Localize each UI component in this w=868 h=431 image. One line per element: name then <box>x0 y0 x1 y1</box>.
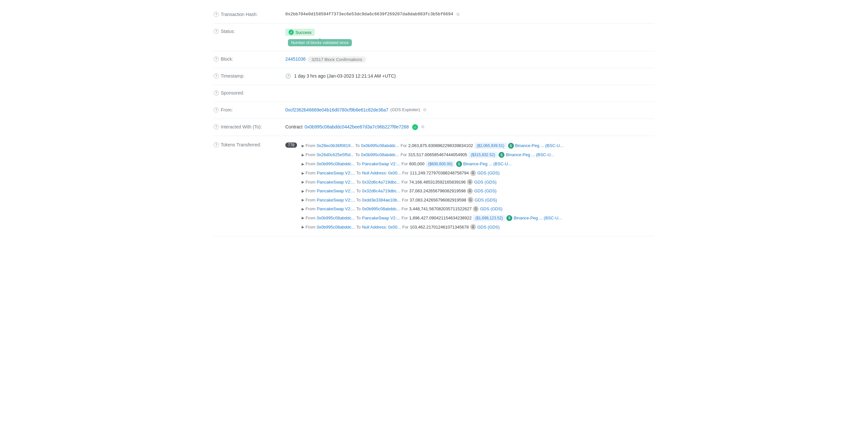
transfer-row-1: ▶From0x26d0c625e5f5d...To0x0b995c08abddc… <box>302 150 654 159</box>
tokens-count-area: 778 <box>285 141 300 148</box>
transfer-arrow-3: ▶ <box>302 171 304 176</box>
token-name-3[interactable]: GDS (GDS) <box>477 170 500 176</box>
from-address-link[interactable]: 0xcf2362b46669e04b16d0780cf9b6e61c82de36… <box>285 107 389 113</box>
amount-9: 103,462.217012461071345678 <box>410 224 469 230</box>
help-icon-tokens[interactable]: ? <box>214 142 219 147</box>
status-value-area: Success Number of blocks validated since <box>285 28 654 46</box>
from-addr-5[interactable]: PancakeSwap V2:... <box>317 188 355 194</box>
transfer-row-2: ▶From0x0b995c08abddc...ToPancakeSwap V2:… <box>302 159 654 168</box>
copy-from-icon[interactable]: ⧉ <box>423 107 426 113</box>
token-name-4[interactable]: GDS (GDS) <box>474 179 497 185</box>
for-label-8: For <box>401 215 408 221</box>
to-addr-1[interactable]: 0x0b995c08abddc... <box>361 152 399 158</box>
from-addr-6[interactable]: PancakeSwap V2:... <box>317 197 355 204</box>
from-label-3: From <box>306 170 315 176</box>
interacted-label: ? Interacted With (To): <box>214 124 285 129</box>
to-addr-5[interactable]: 0x32d6c4a719dbc... <box>362 188 400 194</box>
amount-1: 315,517.006585467444054905 <box>408 152 467 158</box>
for-label-9: For <box>402 224 409 230</box>
token-icon-8: S <box>506 215 512 221</box>
clock-icon: 🕐 <box>285 73 291 79</box>
from-addr-8[interactable]: 0x0b995c08abddc... <box>317 215 355 221</box>
block-number-link[interactable]: 24451036 <box>285 56 306 62</box>
to-addr-6[interactable]: 0xdd3e3384ae10b... <box>362 197 401 204</box>
token-icon-1: S <box>499 152 504 158</box>
sponsored-row: ? Sponsored: <box>214 85 654 102</box>
transaction-hash-row: ? Transaction Hash: 0x2bb704e0d158594f73… <box>214 6 654 24</box>
token-icon-3: G <box>470 170 476 176</box>
copy-contract-icon[interactable]: ⧉ <box>421 124 424 129</box>
from-addr-2[interactable]: 0x0b995c08abddc... <box>317 161 355 167</box>
transfer-arrow-9: ▶ <box>302 224 304 230</box>
transfer-arrow-6: ▶ <box>302 197 304 203</box>
token-name-2[interactable]: Binance-Peg ... (BSC-U... <box>463 161 512 167</box>
to-label-9: To <box>356 224 361 230</box>
to-addr-0[interactable]: 0x0b995c08abddc... <box>361 143 399 149</box>
for-label-3: For <box>402 170 409 176</box>
token-name-0[interactable]: Binance-Peg ... (BSC-U... <box>515 143 563 149</box>
from-addr-9[interactable]: 0x0b995c08abddc... <box>317 224 355 230</box>
for-label-2: For <box>401 161 408 167</box>
to-label-1: To <box>355 152 360 158</box>
from-addr-3[interactable]: PancakeSwap V2:... <box>317 170 355 176</box>
to-addr-8[interactable]: PancakeSwap V2:... <box>362 215 400 221</box>
amount-6: 37,083.242656796082919598 <box>409 197 466 204</box>
to-addr-2[interactable]: PancakeSwap V2:... <box>362 161 400 167</box>
token-icon-9: G <box>470 224 476 230</box>
amount-0: 2,063,875.6308862298339834102 <box>408 143 473 149</box>
token-name-8[interactable]: Binance-Peg ... (BSC-U... <box>514 215 562 221</box>
help-icon-block[interactable]: ? <box>214 56 219 62</box>
to-addr-9[interactable]: Null Address: 0x00... <box>362 224 401 230</box>
transfer-row-8: ▶From0x0b995c08abddc...ToPancakeSwap V2:… <box>302 214 654 223</box>
to-addr-7[interactable]: 0x0b995c08abddc... <box>362 206 400 212</box>
from-addr-1[interactable]: 0x26d0c625e5f5d... <box>317 152 354 158</box>
token-name-1[interactable]: Binance-Peg ... (BSC-U... <box>506 152 554 158</box>
tx-hash-value: 0x2bb704e0d158594f7373ec6e53dc9da6c6639f… <box>285 12 453 17</box>
for-label-1: For <box>400 152 407 158</box>
amount-5: 37,083.242656796082919598 <box>409 188 466 194</box>
block-confirmations-badge: 32517 Block Confirmations <box>308 56 366 63</box>
amount-2: 600,000 <box>409 161 425 167</box>
from-addr-7[interactable]: PancakeSwap V2:... <box>317 206 355 212</box>
from-tag: (GDS Exploiter) <box>390 107 420 112</box>
help-icon-interacted[interactable]: ? <box>214 124 219 129</box>
help-icon-status[interactable]: ? <box>214 29 219 34</box>
token-name-6[interactable]: GDS (GDS) <box>475 197 497 204</box>
transfers-list: ▶From0x28ec0b36f0819...To0x0b995c08abddc… <box>302 141 654 232</box>
from-row: ? From: 0xcf2362b46669e04b16d0780cf9b6e6… <box>214 102 654 119</box>
amount-3: 111,249.727970388248758794 <box>410 170 469 176</box>
for-label-4: For <box>401 179 408 185</box>
token-name-9[interactable]: GDS (GDS) <box>477 224 500 230</box>
usd-badge-0: ($2,065,939.51) <box>474 143 507 149</box>
to-addr-4[interactable]: 0x32d6c4a719dbc... <box>362 179 400 185</box>
to-addr-3[interactable]: Null Address: 0x00... <box>362 170 401 176</box>
transfer-arrow-5: ▶ <box>302 188 304 194</box>
copy-hash-icon[interactable]: ⧉ <box>457 12 459 17</box>
to-label-0: To <box>355 143 360 149</box>
to-label-8: To <box>356 215 361 221</box>
help-icon-sponsored[interactable]: ? <box>214 90 219 95</box>
help-icon-tx[interactable]: ? <box>214 12 219 17</box>
transfer-row-9: ▶From0x0b995c08abddc...ToNull Address: 0… <box>302 223 654 232</box>
token-name-7[interactable]: GDS (GDS) <box>480 206 502 212</box>
help-icon-from[interactable]: ? <box>214 107 219 113</box>
sponsored-label: ? Sponsored: <box>214 90 285 95</box>
transfer-arrow-1: ▶ <box>302 152 304 158</box>
to-label-6: To <box>356 197 361 204</box>
timestamp-value: 1 day 3 hrs ago (Jan-03-2023 12:21:14 AM… <box>294 73 396 79</box>
contract-address-link[interactable]: 0x0b995c08abddc0442bee87d3a7c96b227f8e72… <box>305 124 409 129</box>
transfer-arrow-7: ▶ <box>302 206 304 212</box>
to-label-2: To <box>356 161 361 167</box>
token-name-5[interactable]: GDS (GDS) <box>474 188 497 194</box>
to-label-5: To <box>356 188 361 194</box>
from-addr-0[interactable]: 0x28ec0b36f0819... <box>317 143 354 149</box>
for-label-7: For <box>401 206 408 212</box>
from-addr-4[interactable]: PancakeSwap V2:... <box>317 179 355 185</box>
status-tooltip: Number of blocks validated since <box>288 39 352 46</box>
tokens-label: ? Tokens Transferred: <box>214 141 285 147</box>
help-icon-timestamp[interactable]: ? <box>214 73 219 79</box>
block-label: ? Block: <box>214 56 285 62</box>
to-label-4: To <box>356 179 361 185</box>
transfer-arrow-0: ▶ <box>302 143 304 149</box>
usd-badge-1: ($315,832.52) <box>469 152 498 158</box>
